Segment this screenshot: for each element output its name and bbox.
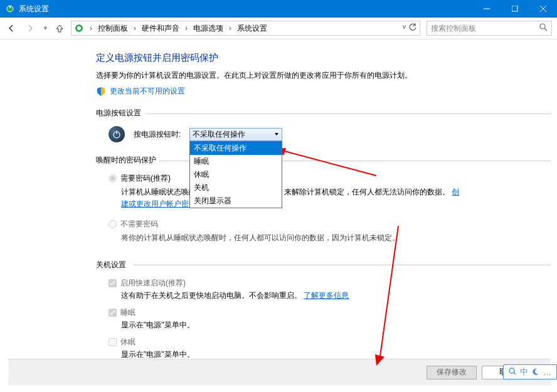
hibernate-checkbox-input[interactable] bbox=[109, 338, 117, 346]
ime-search-icon bbox=[509, 368, 516, 377]
require-password-description: 计算机从睡眠状态唤醒来解除计算机锁定，任何人都无法访问你的数据。 创建或更改用户… bbox=[121, 186, 466, 210]
breadcrumb-item[interactable]: 系统设置 bbox=[235, 22, 270, 35]
shield-link-text: 更改当前不可用的设置 bbox=[110, 86, 185, 97]
back-button[interactable] bbox=[5, 22, 18, 34]
sleep-description: 显示在"电源"菜单中。 bbox=[121, 320, 551, 331]
forward-button[interactable] bbox=[24, 22, 36, 34]
recent-dropdown-icon[interactable]: ▼ bbox=[43, 25, 48, 31]
page-heading: 定义电源按钮并启用密码保护 bbox=[96, 52, 551, 64]
fast-startup-checkbox[interactable]: 启用快速启动(推荐) bbox=[109, 278, 551, 289]
save-button[interactable]: 保存修改 bbox=[427, 366, 477, 379]
up-button[interactable] bbox=[55, 23, 65, 33]
breadcrumb[interactable]: › 控制面板 › 硬件和声音 › 电源选项 › 系统设置 v bbox=[71, 21, 420, 36]
power-options-icon bbox=[5, 4, 15, 14]
fast-startup-description: 这有助于在关机之后更快地启动电脑。不会影响重启。 了解更多信息 bbox=[121, 290, 551, 301]
no-password-description: 将你的计算机从睡眠状态唤醒时，任何人都可以访问你的数据，因为计算机未锁定。 bbox=[121, 232, 466, 244]
chevron-right-icon: › bbox=[88, 24, 94, 33]
svg-line-9 bbox=[544, 28, 547, 31]
svg-point-7 bbox=[77, 26, 81, 30]
dropdown-selected: 不采取任何操作 bbox=[193, 129, 245, 140]
dropdown-option[interactable]: 不采取任何操作 bbox=[190, 142, 282, 155]
dropdown-option[interactable]: 关机 bbox=[190, 181, 282, 194]
power-button-label: 按电源按钮时: bbox=[134, 129, 181, 140]
learn-more-link[interactable]: 了解更多信息 bbox=[304, 291, 349, 300]
refresh-icon[interactable] bbox=[408, 23, 417, 34]
chevron-right-icon: › bbox=[132, 24, 138, 33]
titlebar: 系统设置 bbox=[0, 0, 557, 18]
minimize-button[interactable] bbox=[472, 0, 501, 18]
fast-startup-checkbox-input[interactable] bbox=[109, 279, 117, 287]
sleep-checkbox[interactable]: 睡眠 bbox=[109, 307, 551, 318]
ime-indicator[interactable]: 中 … bbox=[503, 364, 557, 379]
dropdown-option[interactable]: 关闭显示器 bbox=[190, 194, 282, 208]
power-button-action-dropdown[interactable]: 不采取任何操作 不采取任何操作 睡眠 休眠 关机 关闭显示器 bbox=[189, 128, 282, 141]
search-placeholder: 搜索控制面板 bbox=[431, 23, 476, 34]
breadcrumb-item[interactable]: 电源选项 bbox=[191, 22, 226, 35]
hibernate-checkbox[interactable]: 休眠 bbox=[109, 337, 551, 347]
breadcrumb-dropdown-icon[interactable]: v bbox=[403, 23, 406, 34]
chevron-right-icon: › bbox=[227, 24, 233, 33]
chevron-right-icon: › bbox=[183, 24, 189, 33]
shutdown-section-title: 关机设置 bbox=[96, 260, 551, 270]
dropdown-option[interactable]: 休眠 bbox=[190, 168, 282, 181]
no-password-radio[interactable]: 不需要密码 bbox=[109, 219, 551, 230]
wake-password-section-title: 唤醒时的密码保护 bbox=[96, 155, 551, 166]
content-area: 定义电源按钮并启用密码保护 选择要为你的计算机设置的电源设置。在此页上对设置所做… bbox=[8, 40, 551, 358]
breadcrumb-item[interactable]: 硬件和声音 bbox=[139, 22, 182, 35]
change-unavailable-settings-link[interactable]: 更改当前不可用的设置 bbox=[96, 86, 551, 97]
svg-point-8 bbox=[540, 24, 545, 29]
power-button-section-title: 电源按钮设置 bbox=[96, 108, 551, 119]
require-password-radio[interactable]: 需要密码(推荐) bbox=[109, 173, 551, 184]
close-button[interactable] bbox=[529, 0, 557, 18]
no-password-radio-input[interactable] bbox=[109, 220, 117, 228]
maximize-button[interactable] bbox=[501, 0, 529, 18]
require-password-radio-input[interactable] bbox=[109, 174, 117, 183]
ime-more-icon: … bbox=[543, 368, 551, 377]
svg-line-17 bbox=[514, 373, 516, 374]
breadcrumb-item[interactable]: 控制面板 bbox=[95, 22, 130, 35]
ime-moon-icon bbox=[532, 368, 539, 377]
page-description: 选择要为你的计算机设置的电源设置。在此页上对设置所做的更改将应用于你所有的电源计… bbox=[96, 70, 551, 81]
ime-language: 中 bbox=[520, 366, 528, 378]
power-button-icon bbox=[109, 126, 125, 142]
footer: 保存修改 取消 bbox=[8, 359, 551, 385]
shield-icon bbox=[96, 87, 106, 97]
search-icon bbox=[539, 23, 548, 33]
navbar: ▼ › 控制面板 › 硬件和声音 › 电源选项 › 系统设置 v 搜索控制面板 bbox=[0, 18, 557, 40]
sleep-checkbox-input[interactable] bbox=[109, 309, 117, 317]
svg-rect-3 bbox=[512, 6, 517, 11]
dropdown-list: 不采取任何操作 睡眠 休眠 关机 关闭显示器 bbox=[189, 141, 282, 208]
svg-point-16 bbox=[509, 368, 514, 373]
dropdown-option[interactable]: 睡眠 bbox=[190, 155, 282, 168]
window-title: 系统设置 bbox=[19, 4, 472, 14]
search-input[interactable]: 搜索控制面板 bbox=[427, 21, 552, 36]
hibernate-description: 显示在"电源"菜单中。 bbox=[121, 349, 551, 358]
power-plan-icon bbox=[74, 23, 84, 33]
svg-rect-1 bbox=[9, 6, 11, 8]
